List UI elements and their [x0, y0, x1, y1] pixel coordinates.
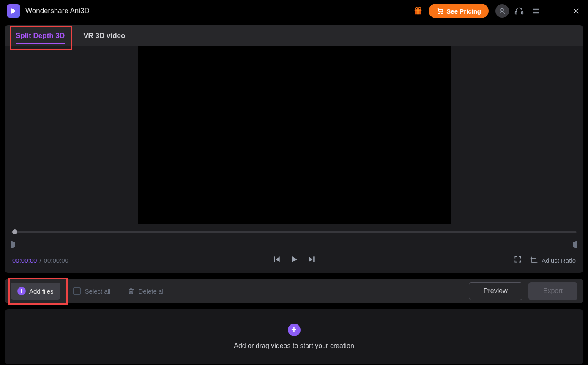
- next-button[interactable]: [307, 255, 316, 265]
- plus-icon: +: [17, 287, 26, 295]
- scrubber-thumb[interactable]: [12, 229, 17, 234]
- svg-rect-18: [532, 258, 536, 262]
- svg-rect-17: [313, 256, 315, 262]
- add-files-label: Add files: [29, 288, 54, 295]
- add-files-button[interactable]: + Add files: [11, 283, 60, 300]
- app-title: Wondershare Ani3D: [25, 7, 90, 15]
- delete-all-button[interactable]: Delete all: [127, 287, 165, 295]
- svg-point-7: [501, 8, 503, 11]
- controls-bar: 00:00:00 / 00:00:00 Adjust Ratio: [8, 249, 580, 270]
- minimize-button[interactable]: [554, 6, 564, 16]
- toolbar: + Add files Select all Delete all Previe…: [5, 279, 583, 303]
- titlebar: Wondershare Ani3D See Pricing: [0, 0, 588, 22]
- trim-bar[interactable]: [11, 240, 577, 249]
- tab-label: Split Depth 3D: [16, 32, 65, 40]
- svg-rect-9: [522, 12, 523, 14]
- gift-icon[interactable]: [413, 6, 423, 16]
- tabs-bar: Split Depth 3D VR 3D video: [5, 25, 583, 46]
- preview-area: [5, 46, 583, 224]
- preview-button[interactable]: Preview: [469, 282, 522, 300]
- see-pricing-button[interactable]: See Pricing: [429, 4, 489, 18]
- pricing-label: See Pricing: [446, 8, 481, 15]
- time-separator: /: [39, 257, 41, 264]
- divider: [548, 6, 548, 16]
- previous-button[interactable]: [273, 255, 281, 265]
- crop-icon: [530, 256, 538, 264]
- select-all-checkbox[interactable]: Select all: [73, 287, 111, 295]
- scrubber-track: [11, 232, 577, 233]
- svg-point-4: [418, 8, 421, 10]
- preview-label: Preview: [484, 287, 508, 294]
- video-canvas: [138, 46, 451, 224]
- timeline-area: 00:00:00 / 00:00:00 Adjust Ratio: [5, 224, 583, 273]
- tab-label: VR 3D video: [83, 32, 125, 40]
- checkbox-icon: [73, 287, 81, 295]
- svg-rect-8: [515, 12, 517, 14]
- tab-vr-3d-video[interactable]: VR 3D video: [74, 25, 134, 46]
- hamburger-menu-icon[interactable]: [529, 4, 543, 18]
- svg-rect-16: [274, 256, 275, 262]
- delete-all-label: Delete all: [138, 288, 165, 295]
- headset-icon[interactable]: [512, 4, 526, 18]
- app-logo: [7, 4, 20, 18]
- trim-start-handle[interactable]: [11, 241, 16, 248]
- svg-point-3: [416, 8, 418, 10]
- time-total: 00:00:00: [44, 257, 68, 264]
- dropzone[interactable]: + Add or drag videos to start your creat…: [5, 309, 583, 364]
- user-icon[interactable]: [495, 4, 509, 18]
- trim-end-handle[interactable]: [572, 241, 577, 248]
- close-button[interactable]: [571, 6, 581, 16]
- time-current: 00:00:00: [12, 257, 37, 264]
- dropzone-plus-icon[interactable]: +: [288, 324, 301, 336]
- svg-point-5: [439, 13, 440, 14]
- trash-icon: [127, 287, 135, 295]
- play-button[interactable]: [290, 255, 299, 266]
- adjust-ratio-button[interactable]: Adjust Ratio: [530, 256, 576, 264]
- select-all-label: Select all: [85, 288, 111, 295]
- tab-split-depth-3d[interactable]: Split Depth 3D: [6, 25, 74, 46]
- dropzone-hint: Add or drag videos to start your creatio…: [234, 342, 354, 350]
- scrubber[interactable]: [11, 229, 577, 235]
- export-button[interactable]: Export: [528, 282, 577, 300]
- fullscreen-icon[interactable]: [514, 255, 522, 265]
- svg-rect-2: [418, 10, 419, 14]
- export-label: Export: [543, 287, 563, 294]
- cart-icon: [436, 7, 444, 15]
- svg-point-6: [442, 13, 443, 14]
- time-display: 00:00:00 / 00:00:00: [12, 257, 68, 264]
- adjust-ratio-label: Adjust Ratio: [542, 257, 576, 264]
